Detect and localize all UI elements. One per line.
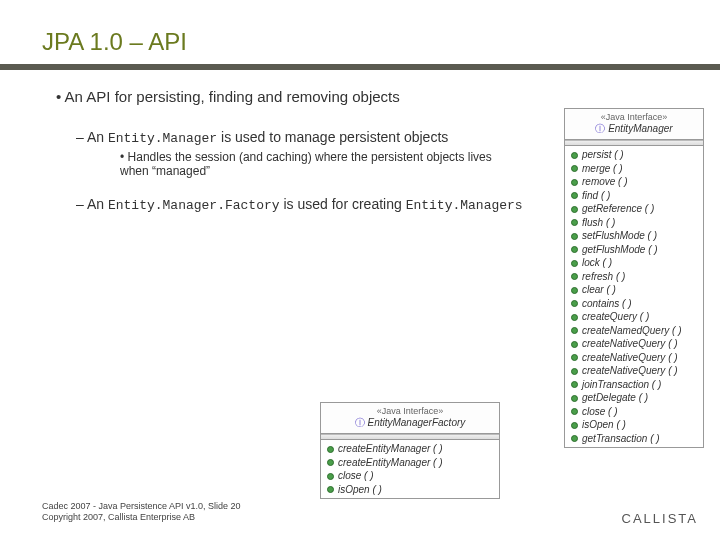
method-dot-icon bbox=[571, 165, 578, 172]
uml-operation: createNativeQuery ( ) bbox=[565, 364, 703, 378]
code-text: Entity.Manager.Factory bbox=[108, 198, 280, 213]
uml-operation: close ( ) bbox=[321, 469, 499, 483]
uml-operation-label: joinTransaction ( ) bbox=[582, 379, 661, 390]
brand-logo: CALLISTA bbox=[622, 511, 698, 526]
text: An bbox=[87, 129, 108, 145]
method-dot-icon bbox=[327, 486, 334, 493]
uml-operation: contains ( ) bbox=[565, 297, 703, 311]
uml-interface-name: EntityManager bbox=[571, 122, 697, 136]
method-dot-icon bbox=[571, 354, 578, 361]
uml-operations: persist ( )merge ( )remove ( )find ( )ge… bbox=[565, 146, 703, 447]
method-dot-icon bbox=[571, 246, 578, 253]
method-dot-icon bbox=[571, 435, 578, 442]
uml-operation: flush ( ) bbox=[565, 216, 703, 230]
method-dot-icon bbox=[571, 192, 578, 199]
uml-operation-label: merge ( ) bbox=[582, 163, 623, 174]
uml-operation: getDelegate ( ) bbox=[565, 391, 703, 405]
uml-operation-label: persist ( ) bbox=[582, 149, 624, 160]
method-dot-icon bbox=[571, 408, 578, 415]
method-dot-icon bbox=[571, 314, 578, 321]
uml-operation-label: contains ( ) bbox=[582, 298, 631, 309]
method-dot-icon bbox=[571, 327, 578, 334]
uml-operation-label: isOpen ( ) bbox=[338, 484, 382, 495]
uml-operation-label: createNativeQuery ( ) bbox=[582, 365, 678, 376]
slide-title: JPA 1.0 – API bbox=[0, 0, 720, 64]
main-bullet: An API for persisting, finding and remov… bbox=[56, 88, 436, 105]
uml-operation-label: lock ( ) bbox=[582, 257, 612, 268]
uml-operation-label: createNamedQuery ( ) bbox=[582, 325, 681, 336]
uml-operation: lock ( ) bbox=[565, 256, 703, 270]
uml-operation-label: flush ( ) bbox=[582, 217, 615, 228]
uml-operation-label: getReference ( ) bbox=[582, 203, 654, 214]
footer-line: Copyright 2007, Callista Enterprise AB bbox=[42, 512, 241, 524]
uml-operation: remove ( ) bbox=[565, 175, 703, 189]
code-text: Entity.Managers bbox=[406, 198, 523, 213]
uml-operation-label: remove ( ) bbox=[582, 176, 628, 187]
uml-operation-label: isOpen ( ) bbox=[582, 419, 626, 430]
uml-operation: isOpen ( ) bbox=[321, 483, 499, 497]
uml-operation: isOpen ( ) bbox=[565, 418, 703, 432]
uml-operation: getFlushMode ( ) bbox=[565, 243, 703, 257]
method-dot-icon bbox=[327, 473, 334, 480]
code-text: Entity.Manager bbox=[108, 131, 217, 146]
uml-operation: setFlushMode ( ) bbox=[565, 229, 703, 243]
uml-operations: createEntityManager ( )createEntityManag… bbox=[321, 440, 499, 498]
uml-operation: createQuery ( ) bbox=[565, 310, 703, 324]
method-dot-icon bbox=[327, 446, 334, 453]
uml-stereotype: «Java Interface» bbox=[327, 406, 493, 416]
uml-stereotype: «Java Interface» bbox=[571, 112, 697, 122]
uml-operation-label: setFlushMode ( ) bbox=[582, 230, 657, 241]
uml-operation-label: createEntityManager ( ) bbox=[338, 457, 443, 468]
uml-operation-label: getFlushMode ( ) bbox=[582, 244, 658, 255]
uml-operation: persist ( ) bbox=[565, 148, 703, 162]
method-dot-icon bbox=[571, 233, 578, 240]
method-dot-icon bbox=[571, 422, 578, 429]
method-dot-icon bbox=[571, 260, 578, 267]
uml-operation-label: close ( ) bbox=[338, 470, 374, 481]
method-dot-icon bbox=[571, 152, 578, 159]
method-dot-icon bbox=[571, 341, 578, 348]
uml-entitymanagerfactory: «Java Interface» EntityManagerFactory cr… bbox=[320, 402, 500, 499]
uml-entitymanager: «Java Interface» EntityManager persist (… bbox=[564, 108, 704, 448]
uml-operation-label: clear ( ) bbox=[582, 284, 616, 295]
uml-operation-label: createNativeQuery ( ) bbox=[582, 352, 678, 363]
uml-operation: createNativeQuery ( ) bbox=[565, 351, 703, 365]
footer-line: Cadec 2007 - Java Persistence API v1.0, … bbox=[42, 501, 241, 513]
footer: Cadec 2007 - Java Persistence API v1.0, … bbox=[42, 501, 241, 524]
text: An bbox=[87, 196, 108, 212]
uml-operation-label: createNativeQuery ( ) bbox=[582, 338, 678, 349]
uml-operation: merge ( ) bbox=[565, 162, 703, 176]
method-dot-icon bbox=[571, 381, 578, 388]
uml-operation: clear ( ) bbox=[565, 283, 703, 297]
uml-operation: find ( ) bbox=[565, 189, 703, 203]
method-dot-icon bbox=[571, 368, 578, 375]
uml-operation: createNativeQuery ( ) bbox=[565, 337, 703, 351]
uml-operation: getReference ( ) bbox=[565, 202, 703, 216]
uml-operation-label: find ( ) bbox=[582, 190, 610, 201]
uml-operation: getTransaction ( ) bbox=[565, 432, 703, 446]
uml-operation-label: getTransaction ( ) bbox=[582, 433, 660, 444]
uml-header: «Java Interface» EntityManagerFactory bbox=[321, 403, 499, 434]
sub-bullet-factory: An Entity.Manager.Factory is used for cr… bbox=[76, 196, 546, 213]
method-dot-icon bbox=[571, 179, 578, 186]
uml-operation-label: createEntityManager ( ) bbox=[338, 443, 443, 454]
uml-interface-name: EntityManagerFactory bbox=[327, 416, 493, 430]
uml-operation-label: createQuery ( ) bbox=[582, 311, 649, 322]
sub-bullet-entitymanager: An Entity.Manager is used to manage pers… bbox=[76, 129, 506, 178]
uml-operation-label: refresh ( ) bbox=[582, 271, 625, 282]
uml-operation: refresh ( ) bbox=[565, 270, 703, 284]
uml-operation-label: close ( ) bbox=[582, 406, 618, 417]
method-dot-icon bbox=[571, 206, 578, 213]
method-dot-icon bbox=[571, 219, 578, 226]
method-dot-icon bbox=[327, 459, 334, 466]
text: is used to manage persistent objects bbox=[217, 129, 448, 145]
uml-operation-label: getDelegate ( ) bbox=[582, 392, 648, 403]
subsub-bullet: Handles the session (and caching) where … bbox=[120, 150, 500, 178]
uml-operation: createEntityManager ( ) bbox=[321, 456, 499, 470]
method-dot-icon bbox=[571, 273, 578, 280]
method-dot-icon bbox=[571, 300, 578, 307]
uml-operation: createEntityManager ( ) bbox=[321, 442, 499, 456]
method-dot-icon bbox=[571, 395, 578, 402]
uml-operation: close ( ) bbox=[565, 405, 703, 419]
uml-operation: joinTransaction ( ) bbox=[565, 378, 703, 392]
